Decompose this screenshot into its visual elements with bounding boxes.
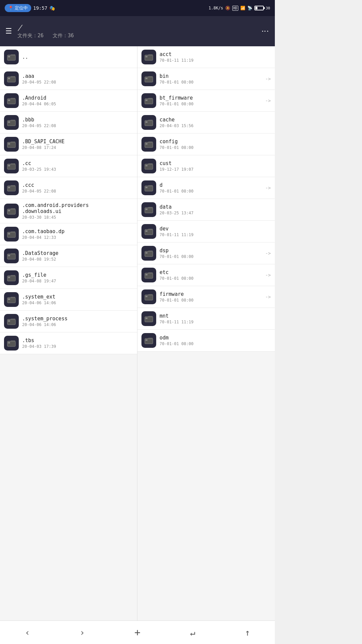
list-item[interactable]: etc 70-01-01 08:00 -> [137,264,275,286]
battery-text: 30 [266,6,270,10]
file-name: .bbb [22,117,133,123]
svg-rect-55 [145,339,147,341]
enter-button[interactable]: ↵ [183,625,202,640]
file-info: .BD_SAPI_CACHE 20-04-08 17:24 [22,139,133,150]
file-name: .Android [22,95,133,101]
list-item[interactable]: .cc 20-03-25 19:43 [0,155,137,177]
list-item[interactable]: config 70-01-01 08:00 [137,133,275,155]
more-options-button[interactable]: ⋮ [261,28,269,35]
list-item[interactable]: .system_process 20-04-06 14:06 [0,311,137,332]
list-item[interactable]: data 20-03-25 13:47 [137,199,275,221]
file-info: etc 70-01-01 08:00 [160,269,264,281]
list-item[interactable]: .. [0,46,137,68]
folder-icon [4,93,19,108]
symlink-arrow: -> [265,98,271,103]
list-item[interactable]: bin 70-01-01 08:00 -> [137,68,275,90]
file-date: 70-01-01 08:00 [160,254,264,259]
svg-rect-0 [7,55,15,60]
list-item[interactable]: .Android 20-04-04 06:05 [0,90,137,112]
list-item[interactable]: dev 70-01-11 11:19 [137,221,275,243]
file-info: bt_firmware 70-01-01 08:00 [160,95,264,106]
list-item[interactable]: mnt 70-01-11 11:19 [137,308,275,330]
file-date: 20-04-05 22:08 [22,123,133,128]
folder-icon [4,270,19,285]
menu-button[interactable]: ☰ [5,28,12,35]
up-button[interactable]: ↑ [238,625,257,640]
file-name: cache [160,117,271,123]
folder-icon [141,137,156,152]
svg-rect-42 [145,208,153,213]
forward-button[interactable]: › [73,625,92,640]
location-pin-icon: 📍 [8,6,13,11]
svg-rect-34 [145,120,153,126]
list-item[interactable]: .DataStorage 20-04-08 19:52 [0,245,137,267]
list-item[interactable]: dsp 70-01-01 08:00 -> [137,243,275,264]
dir-file-count: 文件夹：26 文件：36 [17,33,74,39]
svg-rect-10 [7,164,15,169]
list-item[interactable]: .BD_SAPI_CACHE 20-04-08 17:24 [0,133,137,155]
file-name: .system_process [22,316,133,322]
svg-rect-12 [7,186,15,191]
list-item[interactable]: acct 70-01-11 11:19 [137,46,275,68]
svg-rect-25 [8,320,10,322]
file-name: .ccc [22,182,133,188]
folder-icon [4,50,19,64]
svg-rect-29 [145,56,147,57]
svg-rect-33 [145,100,147,101]
svg-rect-8 [7,142,15,148]
svg-rect-39 [145,165,147,166]
list-item[interactable]: .ccc 20-04-05 22:08 [0,177,137,199]
svg-rect-53 [145,318,147,319]
file-info: firmware 70-01-01 08:00 [160,291,264,303]
add-button[interactable]: + [128,624,147,641]
list-item[interactable]: d 70-01-01 08:00 -> [137,177,275,199]
list-item[interactable]: firmware 70-01-01 08:00 -> [137,286,275,308]
list-item[interactable]: .gs_file 20-04-08 19:47 [0,267,137,289]
file-name: firmware [160,291,264,297]
folder-icon [4,204,19,218]
list-item[interactable]: .bbb 20-04-05 22:08 [0,112,137,133]
list-item[interactable]: bt_firmware 70-01-01 08:00 -> [137,90,275,112]
svg-rect-15 [8,210,10,211]
file-name: dsp [160,248,264,254]
svg-rect-5 [8,100,10,101]
folder-icon [141,268,156,282]
file-date: 20-04-05 22:08 [22,80,133,85]
svg-rect-14 [7,209,15,214]
svg-rect-50 [145,295,153,300]
list-item[interactable]: cust 19-12-17 19:07 [137,155,275,177]
file-info: odm 70-01-01 08:00 [160,335,271,346]
file-date: 70-01-11 11:19 [160,58,271,63]
file-info: .. [22,54,133,60]
file-name: d [160,182,264,188]
svg-rect-9 [8,143,10,145]
bottom-nav: ‹ › + ↵ ↑ [0,621,275,644]
folder-icon [141,71,156,86]
list-item[interactable]: .com.android.providers.downloads.ui 20-0… [0,199,137,223]
file-info: dev 70-01-11 11:19 [160,226,271,237]
svg-rect-32 [145,99,153,104]
file-date: 70-01-01 08:00 [160,341,271,346]
file-name: mnt [160,313,271,319]
file-info: .gs_file 20-04-08 19:47 [22,272,133,283]
file-info: .Android 20-04-04 06:05 [22,95,133,106]
list-item[interactable]: odm 70-01-01 08:00 [137,330,275,352]
file-info: .com.android.providers.downloads.ui 20-0… [22,202,133,220]
file-name: .DataStorage [22,250,133,256]
file-date: 20-04-03 17:39 [22,344,133,349]
file-info: .system_ext 20-04-06 14:06 [22,294,133,305]
list-item[interactable]: .tbs 20-04-03 17:39 [0,332,137,354]
back-button[interactable]: ‹ [18,625,37,640]
file-date: 70-01-01 08:00 [160,145,271,150]
svg-rect-36 [145,142,153,148]
list-item[interactable]: cache 20-04-03 15:56 [137,112,275,133]
file-info: cache 20-04-03 15:56 [160,117,271,128]
file-info: dsp 70-01-01 08:00 [160,248,264,259]
list-item[interactable]: .com.taobao.dp 20-04-04 12:33 [0,223,137,245]
symlink-arrow: -> [265,251,271,256]
file-date: 70-01-01 08:00 [160,189,264,194]
svg-rect-48 [145,273,153,278]
folder-icon [4,227,19,241]
list-item[interactable]: .aaa 20-04-05 22:08 [0,68,137,90]
list-item[interactable]: .system_ext 20-04-06 14:06 [0,289,137,311]
